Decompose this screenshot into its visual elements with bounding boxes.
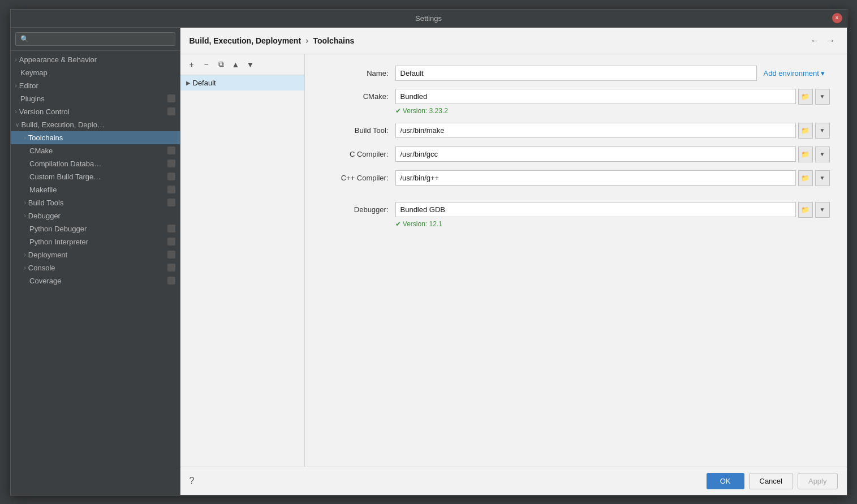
sidebar-tree: › Appearance & Behavior Keymap › Editor … [11,51,180,495]
settings-badge [167,199,175,206]
arrow-icon: › [15,109,17,115]
debugger-control: 📁 ▼ ✔ Version: 12.1 [395,202,830,228]
sidebar-item-makefile[interactable]: Makefile [11,183,180,196]
footer: ? OK Cancel Apply [180,467,847,495]
footer-buttons: OK Cancel Apply [707,473,838,489]
sidebar-item-deployment[interactable]: › Deployment [11,248,180,261]
build-tool-control: 📁 ▼ [395,123,830,139]
sidebar-item-python-debugger[interactable]: Python Debugger [11,222,180,235]
sidebar-item-label: Debugger [28,212,61,220]
arrow-icon: ∨ [15,122,19,128]
sidebar-item-keymap[interactable]: Keymap [11,66,180,79]
debugger-input[interactable] [395,202,796,217]
add-toolchain-button[interactable]: + [185,58,199,71]
build-tool-input[interactable] [395,123,796,138]
sidebar-item-label: Coverage [29,277,61,285]
cmake-folder-button[interactable]: 📁 [798,89,813,105]
arrow-icon: › [24,135,26,141]
sidebar-item-build-exec[interactable]: ∨ Build, Execution, Deplo… [11,118,180,131]
debugger-folder-button[interactable]: 📁 [798,202,813,218]
build-tool-label: Build Tool: [322,123,395,135]
settings-badge [167,186,175,193]
build-tool-folder-button[interactable]: 📁 [798,123,813,139]
cmake-row: CMake: 📁 ▼ ✔ Version: 3.23.2 [322,89,830,115]
name-control: Add environment ▾ [395,66,830,81]
sidebar-item-label: Build Tools [28,199,64,207]
arrow-icon [24,226,28,232]
arrow-icon [24,148,28,154]
build-tool-dropdown-button[interactable]: ▼ [815,123,830,139]
sidebar-item-console[interactable]: › Console [11,261,180,274]
sidebar-item-coverage[interactable]: Coverage [11,274,180,287]
forward-button[interactable]: → [824,35,838,47]
apply-button[interactable]: Apply [798,473,838,489]
name-row: Name: Add environment ▾ [322,66,830,81]
arrow-icon [24,187,28,193]
debugger-row: Debugger: 📁 ▼ ✔ Version: 12.1 [322,202,830,228]
sidebar-item-label: Editor [19,81,38,90]
debugger-dropdown-button[interactable]: ▼ [815,202,830,218]
sidebar-item-cmake[interactable]: CMake [11,144,180,157]
sidebar-item-label: Build, Execution, Deplo… [21,120,105,129]
ok-button[interactable]: OK [707,473,744,489]
move-up-button[interactable]: ▲ [229,58,243,71]
sidebar-item-compilation-db[interactable]: Compilation Databa… [11,157,180,170]
sidebar-item-label: Custom Build Targe… [29,173,101,181]
c-compiler-input[interactable] [395,147,796,162]
sidebar-item-vcs[interactable]: › Version Control [11,105,180,118]
settings-badge [167,264,175,272]
breadcrumb-bar: Build, Execution, Deployment › Toolchain… [180,28,847,54]
settings-badge [167,94,175,102]
sidebar-item-label: Compilation Databa… [29,160,101,168]
cmake-input[interactable] [395,89,796,104]
cmake-version: ✔ Version: 3.23.2 [395,107,830,115]
sidebar-item-custom-build[interactable]: Custom Build Targe… [11,170,180,183]
sidebar-item-editor[interactable]: › Editor [11,79,180,92]
move-down-button[interactable]: ▼ [244,58,257,71]
cmake-control: 📁 ▼ ✔ Version: 3.23.2 [395,89,830,115]
toolchain-area: + − ⧉ ▲ ▼ ▶ Default [180,54,847,467]
sidebar-item-label: Appearance & Behavior [19,55,97,64]
c-compiler-dropdown-button[interactable]: ▼ [815,147,830,162]
sidebar-item-label: CMake [29,147,53,155]
toolbar: + − ⧉ ▲ ▼ [180,54,304,75]
settings-badge [167,238,175,245]
settings-badge [167,147,175,154]
cpp-compiler-dropdown-button[interactable]: ▼ [815,170,830,186]
help-button[interactable]: ? [190,476,195,486]
breadcrumb-current: Toolchains [313,36,354,45]
close-button[interactable]: × [832,13,842,23]
copy-toolchain-button[interactable]: ⧉ [214,58,228,71]
arrow-icon: › [15,83,17,89]
toolchain-details: Name: Add environment ▾ CMake: [305,54,847,467]
remove-toolchain-button[interactable]: − [200,58,213,71]
c-compiler-input-row: 📁 ▼ [395,147,830,162]
cpp-compiler-input-row: 📁 ▼ [395,170,830,186]
toolchain-arrow-icon: ▶ [186,80,191,86]
sidebar-item-appearance[interactable]: › Appearance & Behavior [11,53,180,66]
add-environment-button[interactable]: Add environment ▾ [759,66,830,80]
breadcrumb: Build, Execution, Deployment › Toolchain… [190,36,355,46]
sidebar-item-toolchains[interactable]: › Toolchains [11,131,180,144]
name-input[interactable] [395,66,757,81]
sidebar: › Appearance & Behavior Keymap › Editor … [11,28,180,495]
settings-badge [167,277,175,285]
sidebar-item-label: Keymap [20,68,48,77]
sidebar-item-plugins[interactable]: Plugins [11,92,180,105]
sidebar-item-build-tools[interactable]: › Build Tools [11,196,180,209]
back-button[interactable]: ← [808,35,822,47]
cancel-button[interactable]: Cancel [749,473,793,489]
cpp-compiler-folder-button[interactable]: 📁 [798,170,813,186]
breadcrumb-parent: Build, Execution, Deployment [190,36,302,45]
cmake-dropdown-button[interactable]: ▼ [815,89,830,105]
cpp-compiler-input[interactable] [395,170,796,186]
sidebar-item-label: Console [28,264,55,272]
settings-badge [167,107,175,115]
sidebar-item-python-interpreter[interactable]: Python Interpreter [11,235,180,248]
cmake-input-row: 📁 ▼ [395,89,830,105]
search-input[interactable] [15,32,175,46]
arrow-icon [24,278,28,284]
toolchain-item[interactable]: ▶ Default [180,75,304,91]
c-compiler-folder-button[interactable]: 📁 [798,147,813,162]
sidebar-item-debugger[interactable]: › Debugger [11,209,180,222]
